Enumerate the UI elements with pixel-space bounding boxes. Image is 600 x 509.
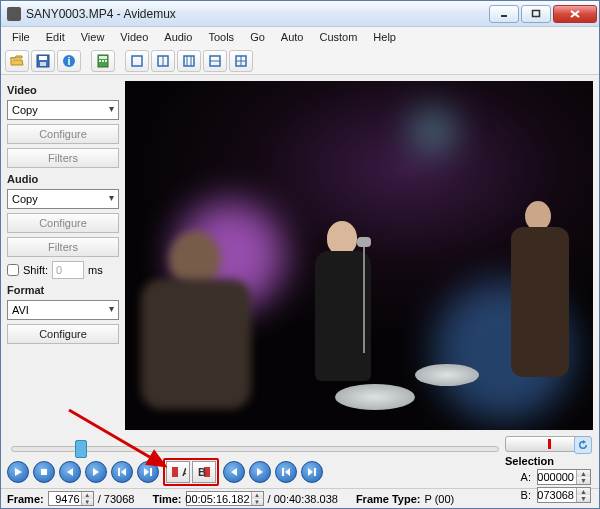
svg-rect-17 xyxy=(184,56,194,66)
svg-rect-1 xyxy=(533,10,540,16)
set-marker-a-button[interactable]: A xyxy=(166,461,190,483)
svg-marker-28 xyxy=(93,468,99,476)
frametype-value: P (00) xyxy=(424,493,454,505)
frame-total: / 73068 xyxy=(98,493,135,505)
prev-frame-button[interactable] xyxy=(59,461,81,483)
svg-rect-41 xyxy=(314,468,316,476)
menu-file[interactable]: File xyxy=(5,29,37,45)
video-preview xyxy=(125,81,593,430)
calculator-button[interactable] xyxy=(91,50,115,72)
goto-start-button[interactable] xyxy=(275,461,297,483)
audio-configure-button[interactable]: Configure xyxy=(7,213,119,233)
maximize-button[interactable] xyxy=(521,5,551,23)
prev-black-frame-button[interactable] xyxy=(223,461,245,483)
next-keyframe-button[interactable] xyxy=(137,461,159,483)
body: Video Copy Configure Filters Audio Copy … xyxy=(1,75,599,436)
audio-filters-button[interactable]: Filters xyxy=(7,237,119,257)
app-window: SANY0003.MP4 - Avidemux File Edit View V… xyxy=(0,0,600,509)
svg-rect-10 xyxy=(99,56,107,59)
save-button[interactable] xyxy=(31,50,55,72)
svg-rect-39 xyxy=(282,468,284,476)
play-button[interactable] xyxy=(7,461,29,483)
svg-text:i: i xyxy=(67,55,70,67)
menu-auto[interactable]: Auto xyxy=(274,29,311,45)
time-input[interactable]: 00:05:16.182▲▼ xyxy=(186,491,264,506)
video-filters-button[interactable]: Filters xyxy=(7,148,119,168)
audio-codec-combo[interactable]: Copy xyxy=(7,189,119,209)
video-codec-combo[interactable]: Copy xyxy=(7,100,119,120)
sidebar: Video Copy Configure Filters Audio Copy … xyxy=(1,75,125,436)
app-icon xyxy=(7,7,21,21)
svg-text:A: A xyxy=(182,466,186,478)
audio-section-label: Audio xyxy=(7,173,119,185)
format-value: AVI xyxy=(12,304,29,316)
layout-e-button[interactable] xyxy=(229,50,253,72)
time-label: Time: xyxy=(152,493,181,505)
svg-marker-31 xyxy=(144,468,149,476)
svg-marker-42 xyxy=(308,468,313,476)
svg-marker-38 xyxy=(257,468,263,476)
next-black-frame-button[interactable] xyxy=(249,461,271,483)
info-button[interactable]: i xyxy=(57,50,81,72)
svg-rect-32 xyxy=(150,468,152,476)
menu-video[interactable]: Video xyxy=(113,29,155,45)
timeline-thumb[interactable] xyxy=(75,440,87,458)
menu-audio[interactable]: Audio xyxy=(157,29,199,45)
menu-tools[interactable]: Tools xyxy=(201,29,241,45)
layout-d-button[interactable] xyxy=(203,50,227,72)
selection-label: Selection xyxy=(505,455,591,467)
frame-label: Frame: xyxy=(7,493,44,505)
menu-go[interactable]: Go xyxy=(243,29,272,45)
minimize-button[interactable] xyxy=(489,5,519,23)
selection-b-input[interactable]: 073068▲▼ xyxy=(537,487,591,503)
open-button[interactable] xyxy=(5,50,29,72)
menu-edit[interactable]: Edit xyxy=(39,29,72,45)
menu-view[interactable]: View xyxy=(74,29,112,45)
layout-b-button[interactable] xyxy=(151,50,175,72)
timeline-slider[interactable] xyxy=(11,446,499,452)
svg-marker-25 xyxy=(15,468,22,476)
svg-marker-40 xyxy=(285,468,290,476)
shift-checkbox[interactable] xyxy=(7,264,19,276)
menubar: File Edit View Video Audio Tools Go Auto… xyxy=(1,27,599,47)
selection-refresh-button[interactable] xyxy=(574,436,592,454)
selection-b-label: B: xyxy=(521,489,531,501)
stop-button[interactable] xyxy=(33,461,55,483)
menu-custom[interactable]: Custom xyxy=(312,29,364,45)
set-marker-b-button[interactable]: B xyxy=(192,461,216,483)
svg-marker-27 xyxy=(67,468,73,476)
selection-a-input[interactable]: 000000▲▼ xyxy=(537,469,591,485)
video-codec-value: Copy xyxy=(12,104,38,116)
menu-help[interactable]: Help xyxy=(366,29,403,45)
titlebar: SANY0003.MP4 - Avidemux xyxy=(1,1,599,27)
layout-c-button[interactable] xyxy=(177,50,201,72)
frametype-label: Frame Type: xyxy=(356,493,421,505)
layout-a-button[interactable] xyxy=(125,50,149,72)
svg-rect-33 xyxy=(172,467,178,477)
svg-text:B: B xyxy=(198,466,206,478)
shift-label: Shift: xyxy=(23,264,48,276)
format-section-label: Format xyxy=(7,284,119,296)
frame-input[interactable]: 9476▲▼ xyxy=(48,491,94,506)
video-configure-button[interactable]: Configure xyxy=(7,124,119,144)
window-title: SANY0003.MP4 - Avidemux xyxy=(26,7,487,21)
shift-input[interactable]: 0 xyxy=(52,261,84,279)
selection-a-label: A: xyxy=(521,471,531,483)
format-configure-button[interactable]: Configure xyxy=(7,324,119,344)
svg-rect-11 xyxy=(99,60,101,62)
prev-keyframe-button[interactable] xyxy=(111,461,133,483)
next-frame-button[interactable] xyxy=(85,461,107,483)
svg-rect-13 xyxy=(105,60,107,62)
toolbar: i xyxy=(1,47,599,75)
format-combo[interactable]: AVI xyxy=(7,300,119,320)
goto-end-button[interactable] xyxy=(301,461,323,483)
svg-rect-26 xyxy=(41,469,47,475)
time-total: / 00:40:38.038 xyxy=(268,493,338,505)
audio-codec-value: Copy xyxy=(12,193,38,205)
close-button[interactable] xyxy=(553,5,597,23)
video-section-label: Video xyxy=(7,84,119,96)
transport-area: Selection A: 000000▲▼ B: 073068▲▼ A B xyxy=(1,436,599,488)
svg-rect-14 xyxy=(132,56,142,66)
selection-scrub[interactable] xyxy=(505,436,591,452)
svg-rect-6 xyxy=(40,62,46,66)
